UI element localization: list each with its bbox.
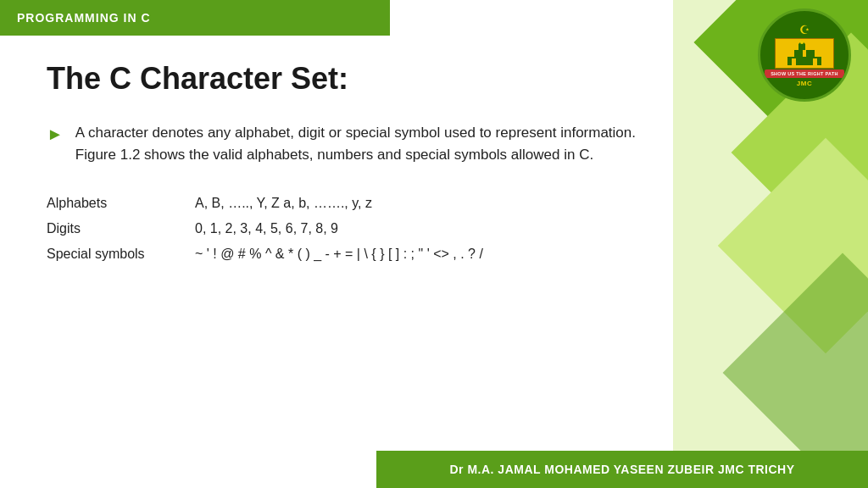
table-row-alphabets: Alphabets A, B, ….., Y, Z a, b, ……., y, …: [47, 191, 636, 216]
value-special: ~ ' ! @ # % ^ & * ( ) _ - + = | \ { } [ …: [195, 241, 483, 267]
label-digits: Digits: [47, 216, 195, 241]
institution-crest: ☪ SHOW US THE RIGHT PATH JMC: [758, 8, 851, 102]
crest-inner: ☪ SHOW US THE RIGHT PATH JMC: [760, 11, 849, 99]
slide-title: The C Character Set:: [47, 61, 636, 97]
footer-text: Dr M.A. JAMAL MOHAMED YASEEN ZUBEIR JMC …: [449, 463, 794, 476]
crest-emblem-svg: [783, 40, 826, 67]
bullet-arrow-icon: ►: [47, 125, 64, 144]
value-digits: 0, 1, 2, 3, 4, 5, 6, 7, 8, 9: [195, 216, 338, 241]
bottom-footer-bar: Dr M.A. JAMAL MOHAMED YASEEN ZUBEIR JMC …: [376, 451, 868, 488]
svg-point-4: [800, 41, 804, 44]
table-row-digits: Digits 0, 1, 2, 3, 4, 5, 6, 7, 8, 9: [47, 216, 636, 241]
bullet-point-1: ► A character denotes any alphabet, digi…: [47, 122, 636, 167]
top-header-bar: PROGRAMMING IN C: [0, 0, 390, 36]
label-special: Special symbols: [47, 241, 195, 267]
svg-rect-5: [792, 58, 796, 65]
crest-sub-text: JMC: [797, 80, 812, 87]
svg-rect-6: [813, 58, 817, 65]
crest-circle: ☪ SHOW US THE RIGHT PATH JMC: [758, 8, 851, 102]
value-alphabets: A, B, ….., Y, Z a, b, ……., y, z: [195, 191, 372, 216]
crest-emblem-box: [775, 38, 835, 69]
bullet-text: A character denotes any alphabet, digit …: [75, 122, 636, 167]
label-alphabets: Alphabets: [47, 191, 195, 216]
crest-banner-text: SHOW US THE RIGHT PATH: [765, 69, 844, 78]
character-table: Alphabets A, B, ….., Y, Z a, b, ……., y, …: [47, 191, 636, 268]
header-title: PROGRAMMING IN C: [17, 11, 151, 25]
crest-moon-symbol: ☪: [799, 23, 810, 36]
table-row-special: Special symbols ~ ' ! @ # % ^ & * ( ) _ …: [47, 241, 636, 267]
main-content-area: The C Character Set: ► A character denot…: [0, 36, 670, 488]
